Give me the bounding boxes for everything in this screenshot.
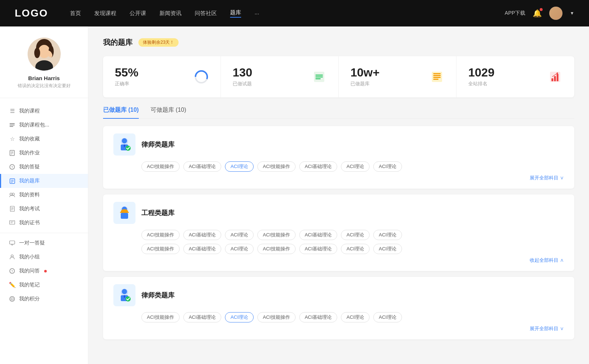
sidebar-item-my-qa[interactable]: ? 我的问答 bbox=[0, 264, 88, 278]
sidebar-item-exam-label: 我的考试 bbox=[19, 206, 40, 212]
tag-2-13[interactable]: ACI理论 bbox=[341, 244, 370, 254]
sidebar-item-exam[interactable]: 我的考试 bbox=[0, 202, 88, 216]
nav-open-course[interactable]: 公开课 bbox=[130, 10, 146, 17]
sidebar-item-materials-label: 我的资料 bbox=[19, 192, 40, 198]
qa-notification-dot bbox=[44, 270, 47, 272]
sidebar-item-points[interactable]: 我的积分 bbox=[0, 292, 88, 306]
sidebar-item-homework[interactable]: 我的作业 bbox=[0, 146, 88, 160]
sidebar-item-qbank-label: 我的题库 bbox=[19, 178, 40, 184]
qbank-title-lawyer-2: 律师类题库 bbox=[141, 291, 174, 300]
sidebar-item-qbank[interactable]: 我的题库 bbox=[0, 174, 88, 188]
tag-2-2[interactable]: ACI基础理论 bbox=[183, 230, 222, 240]
tab-available-banks[interactable]: 可做题库 (10) bbox=[151, 106, 186, 118]
tag-3-5[interactable]: ACI基础理论 bbox=[299, 312, 338, 322]
sidebar-item-courses[interactable]: ☰ 我的课程 bbox=[0, 104, 88, 118]
svg-rect-50 bbox=[557, 74, 558, 81]
qbank-expand-lawyer-2[interactable]: 展开全部科目 ∨ bbox=[113, 325, 564, 332]
stat-ranking-label: 全站排名 bbox=[468, 81, 542, 87]
favorites-icon: ☆ bbox=[9, 136, 15, 142]
tag-1-7[interactable]: ACI理论 bbox=[373, 161, 402, 172]
page-header: 我的题库 体验剩余23天！ bbox=[103, 38, 574, 47]
materials-icon bbox=[9, 192, 15, 198]
sidebar-motto: 错误的决定比没有决定要好 bbox=[18, 83, 71, 89]
svg-rect-44 bbox=[433, 75, 441, 76]
tag-2-4[interactable]: ACI技能操作 bbox=[257, 230, 296, 240]
avatar-svg bbox=[28, 38, 61, 71]
tag-2-5[interactable]: ACI基础理论 bbox=[299, 230, 338, 240]
nav-discover[interactable]: 发现课程 bbox=[94, 10, 116, 17]
tag-3-1[interactable]: ACI技能操作 bbox=[141, 312, 180, 322]
qbank-card-engineering: 工程类题库 ACI技能操作 ACI基础理论 ACI理论 ACI技能操作 ACI基… bbox=[103, 195, 574, 271]
tag-2-8[interactable]: ACI技能操作 bbox=[141, 244, 180, 254]
nav-right: APP下载 🔔 ▼ bbox=[505, 7, 574, 20]
sidebar-item-notes[interactable]: ✏️ 我的笔记 bbox=[0, 278, 88, 292]
stat-accuracy-value: 55% bbox=[115, 67, 188, 78]
tag-3-6[interactable]: ACI理论 bbox=[341, 312, 370, 322]
sidebar-item-favorites[interactable]: ☆ 我的收藏 bbox=[0, 132, 88, 146]
app-download-button[interactable]: APP下载 bbox=[505, 10, 525, 17]
tag-1-1[interactable]: ACI技能操作 bbox=[141, 161, 180, 172]
user-avatar[interactable] bbox=[549, 7, 562, 20]
sidebar-item-groups[interactable]: 我的小组 bbox=[0, 250, 88, 264]
tag-2-11[interactable]: ACI技能操作 bbox=[257, 244, 296, 254]
tag-3-3[interactable]: ACI理论 bbox=[225, 312, 254, 322]
tab-done-banks[interactable]: 已做题库 (10) bbox=[103, 106, 139, 118]
tag-1-6[interactable]: ACI理论 bbox=[341, 161, 370, 172]
svg-rect-59 bbox=[120, 212, 129, 213]
tag-2-14[interactable]: ACI理论 bbox=[373, 244, 402, 254]
tag-2-6[interactable]: ACI理论 bbox=[341, 230, 370, 240]
sidebar-item-qa-mine[interactable]: ? 我的答疑 bbox=[0, 160, 88, 174]
stat-banks-value: 10w+ bbox=[350, 67, 424, 78]
nav-home[interactable]: 首页 bbox=[70, 10, 81, 17]
logo: LOGO bbox=[15, 7, 48, 19]
tag-3-2[interactable]: ACI基础理论 bbox=[183, 312, 222, 322]
qbank-expand-lawyer-1[interactable]: 展开全部科目 ∨ bbox=[113, 175, 564, 181]
svg-rect-46 bbox=[433, 79, 438, 80]
notification-bell-icon[interactable]: 🔔 bbox=[533, 9, 542, 18]
qbank-icon-engineering bbox=[113, 202, 135, 224]
sidebar-item-one-on-one[interactable]: 一对一答疑 bbox=[0, 236, 88, 250]
tag-1-5[interactable]: ACI基础理论 bbox=[299, 161, 338, 172]
tag-1-2[interactable]: ACI基础理论 bbox=[183, 161, 222, 172]
qbank-icon-lawyer-2 bbox=[113, 284, 135, 306]
courses-icon: ☰ bbox=[9, 108, 15, 114]
sidebar-item-groups-label: 我的小组 bbox=[19, 254, 40, 260]
main-content: 我的题库 体验剩余23天！ 55% 正确率 bbox=[88, 26, 589, 364]
sidebar-item-course-package[interactable]: 我的课程包... bbox=[0, 118, 88, 132]
nav-qbank[interactable]: 题库 bbox=[230, 9, 241, 18]
course-package-icon bbox=[9, 122, 15, 128]
my-qa-icon: ? bbox=[9, 268, 15, 274]
sidebar-item-materials[interactable]: 我的资料 bbox=[0, 188, 88, 202]
nav-more[interactable]: ··· bbox=[254, 10, 259, 17]
tag-1-3[interactable]: ACI理论 bbox=[225, 161, 254, 172]
sidebar-item-certificate[interactable]: 我的证书 bbox=[0, 216, 88, 230]
stat-banks-text: 10w+ 已做题库 bbox=[350, 67, 424, 87]
tag-2-3[interactable]: ACI理论 bbox=[225, 230, 254, 240]
tag-2-9[interactable]: ACI基础理论 bbox=[183, 244, 222, 254]
stat-banks-label: 已做题库 bbox=[350, 81, 424, 87]
nav-qa[interactable]: 问答社区 bbox=[195, 10, 217, 17]
nav-news[interactable]: 新闻资讯 bbox=[159, 10, 181, 17]
sidebar-item-notes-label: 我的笔记 bbox=[19, 282, 40, 288]
qbank-card-lawyer-2: 律师类题库 ACI技能操作 ACI基础理论 ACI理论 ACI技能操作 ACI基… bbox=[103, 277, 574, 339]
tag-3-7[interactable]: ACI理论 bbox=[373, 312, 402, 322]
qbank-collapse-engineering[interactable]: 收起全部科目 ∧ bbox=[113, 257, 564, 264]
svg-point-53 bbox=[122, 138, 127, 143]
page-layout: Brian Harris 错误的决定比没有决定要好 ☰ 我的课程 我的课程包..… bbox=[0, 26, 589, 364]
tag-2-10[interactable]: ACI理论 bbox=[225, 244, 254, 254]
tag-2-12[interactable]: ACI基础理论 bbox=[299, 244, 338, 254]
tag-2-7[interactable]: ACI理论 bbox=[373, 230, 402, 240]
stat-ranking: 1029 全站排名 bbox=[456, 56, 574, 97]
questions-icon bbox=[312, 69, 327, 84]
chevron-down-icon[interactable]: ▼ bbox=[570, 11, 574, 16]
tag-2-1[interactable]: ACI技能操作 bbox=[141, 230, 180, 240]
stat-questions-text: 130 已做试题 bbox=[233, 67, 306, 87]
qbank-card-lawyer-1: 律师类题库 ACI技能操作 ACI基础理论 ACI理论 ACI技能操作 ACI基… bbox=[103, 126, 574, 189]
svg-rect-45 bbox=[433, 77, 441, 78]
tag-3-4[interactable]: ACI技能操作 bbox=[257, 312, 296, 322]
tag-1-4[interactable]: ACI技能操作 bbox=[257, 161, 296, 172]
stat-questions-value: 130 bbox=[233, 67, 306, 78]
svg-point-33 bbox=[10, 297, 15, 301]
stat-accuracy-label: 正确率 bbox=[115, 81, 188, 87]
banks-icon bbox=[430, 69, 444, 84]
